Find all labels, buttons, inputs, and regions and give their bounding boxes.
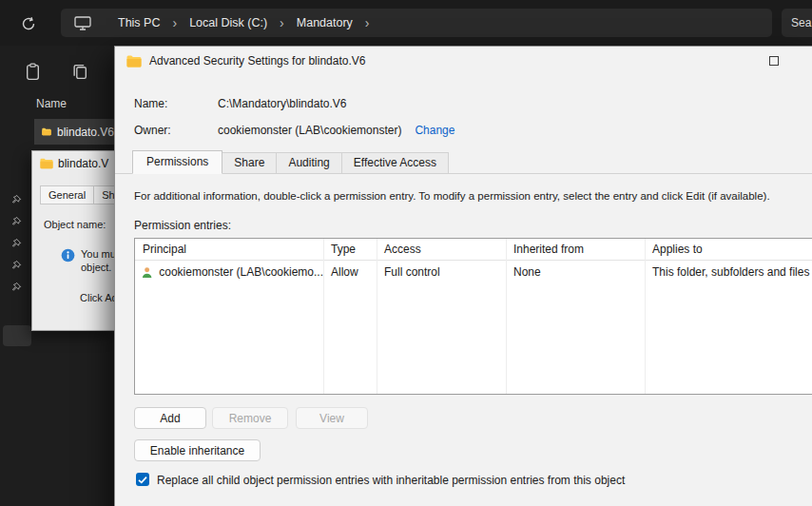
advanced-hint: Click Ad <box>80 292 114 303</box>
pin-icon <box>10 216 22 228</box>
object-name-label: Object name: <box>44 219 106 230</box>
entry-principal: cookiemonster (LAB\cookiemo... <box>159 265 323 279</box>
explorer-topbar: This PC › Local Disk (C:) › Mandatory › … <box>0 0 812 46</box>
column-divider <box>645 239 646 394</box>
pinned-item[interactable] <box>8 214 23 229</box>
permission-note: You mus object. <box>81 247 114 274</box>
enable-inheritance-button[interactable]: Enable inheritance <box>134 439 261 461</box>
permission-note-line1: You mus <box>81 247 114 261</box>
folder-icon <box>40 158 53 169</box>
view-button[interactable]: View <box>296 407 368 429</box>
dialog-title: Advanced Security Settings for blindato.… <box>149 54 365 68</box>
column-header-applies-to[interactable]: Applies to <box>645 239 812 260</box>
info-icon <box>61 248 75 266</box>
column-header-inherited-from[interactable]: Inherited from <box>506 239 645 260</box>
properties-titlebar[interactable]: blindato.V <box>32 151 114 176</box>
column-divider <box>377 239 377 394</box>
refresh-icon <box>21 16 36 31</box>
paste-button[interactable] <box>21 61 44 82</box>
chevron-right-icon[interactable]: › <box>165 15 184 30</box>
refresh-button[interactable] <box>17 13 40 34</box>
tab-sharing[interactable]: Sha <box>94 185 114 204</box>
permission-entries-table: Principal Type Access Inherited from App… <box>134 238 812 395</box>
dialog-description: For additional information, double-click… <box>134 190 811 202</box>
chevron-right-icon[interactable]: › <box>358 15 377 30</box>
breadcrumb-this-pc[interactable]: This PC <box>112 16 165 29</box>
nav-selected-item[interactable] <box>3 325 31 346</box>
entry-type: Allow <box>323 265 377 279</box>
name-row: Name: C:\Mandatory\blindato.V6 <box>134 97 346 110</box>
properties-dialog-fragment: blindato.V General Sha Object name: You … <box>31 150 114 331</box>
column-divider <box>506 239 507 394</box>
pinned-item[interactable] <box>8 192 23 207</box>
name-column-header[interactable]: Name <box>36 97 67 110</box>
tab-auditing[interactable]: Auditing <box>277 152 341 174</box>
column-header-principal[interactable]: Principal <box>135 239 323 260</box>
permission-entry-row[interactable]: cookiemonster (LAB\cookiemo... Allow Ful… <box>135 261 812 283</box>
file-name: blindato.V6 <box>57 126 114 139</box>
address-bar[interactable]: This PC › Local Disk (C:) › Mandatory › <box>61 9 772 37</box>
replace-permissions-label: Replace all child object permission entr… <box>157 474 625 487</box>
properties-tabs: General Sha <box>40 185 114 204</box>
dialog-tabs: Permissions Share Auditing Effective Acc… <box>132 152 449 174</box>
tab-permissions[interactable]: Permissions <box>132 150 222 174</box>
tab-effective-access[interactable]: Effective Access <box>342 152 449 174</box>
remove-button[interactable]: Remove <box>212 407 288 429</box>
pinned-item[interactable] <box>8 280 23 295</box>
pin-icon <box>10 260 22 272</box>
copy-button[interactable] <box>68 61 91 82</box>
folder-icon <box>126 55 142 68</box>
this-pc-icon <box>74 15 91 30</box>
dialog-titlebar[interactable]: Advanced Security Settings for blindato.… <box>115 47 743 75</box>
permission-note-line2: object. <box>81 261 114 274</box>
entry-inherited-from: None <box>506 265 645 279</box>
tab-general[interactable]: General <box>40 185 94 204</box>
breadcrumb-mandatory[interactable]: Mandatory <box>291 16 358 29</box>
owner-row: Owner: cookiemonster (LAB\cookiemonster)… <box>134 124 454 137</box>
add-button[interactable]: Add <box>134 407 206 429</box>
column-header-type[interactable]: Type <box>323 239 377 260</box>
name-label: Name: <box>134 97 218 110</box>
owner-value: cookiemonster (LAB\cookiemonster) <box>218 124 401 137</box>
search-text: Sea <box>791 16 811 29</box>
pin-icon <box>10 238 22 250</box>
user-icon <box>141 265 153 280</box>
replace-permissions-checkbox[interactable] <box>136 473 149 486</box>
file-row-selected[interactable]: blindato.V6 <box>34 119 114 145</box>
table-header: Principal Type Access Inherited from App… <box>135 239 812 261</box>
breadcrumb-local-disk-c[interactable]: Local Disk (C:) <box>184 16 273 29</box>
search-box[interactable]: Sea <box>782 9 812 37</box>
clipboard-icon <box>25 63 41 81</box>
column-header-access[interactable]: Access <box>377 239 506 260</box>
pin-icon <box>10 282 22 294</box>
owner-label: Owner: <box>134 124 218 137</box>
advanced-security-dialog: Advanced Security Settings for blindato.… <box>114 46 812 506</box>
entry-access: Full control <box>377 265 506 279</box>
pinned-item[interactable] <box>8 258 23 273</box>
maximize-button[interactable] <box>752 47 796 75</box>
pin-icon <box>10 194 22 206</box>
folder-icon <box>42 126 51 138</box>
properties-title: blindato.V <box>58 157 108 170</box>
explorer-window: This PC › Local Disk (C:) › Mandatory › … <box>0 0 812 506</box>
tab-share[interactable]: Share <box>222 152 277 174</box>
checkmark-icon <box>138 476 147 484</box>
chevron-right-icon[interactable]: › <box>273 15 291 30</box>
column-divider <box>323 239 324 394</box>
entry-applies-to: This folder, subfolders and files <box>645 265 812 279</box>
permission-entries-label: Permission entries: <box>134 219 231 232</box>
name-value: C:\Mandatory\blindato.V6 <box>218 97 346 110</box>
pinned-item[interactable] <box>8 236 23 251</box>
copy-icon <box>72 63 88 80</box>
change-owner-link[interactable]: Change <box>415 124 454 137</box>
maximize-icon <box>769 56 779 66</box>
